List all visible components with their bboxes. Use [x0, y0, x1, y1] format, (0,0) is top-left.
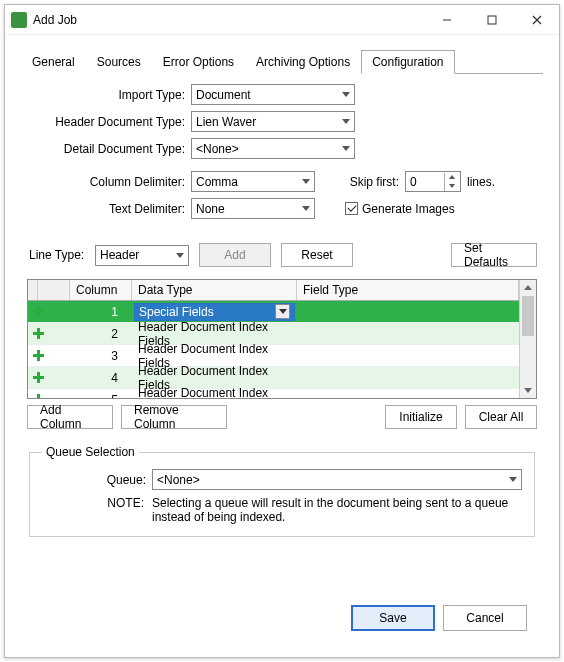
table-scrollbar[interactable]	[519, 280, 536, 398]
cell-column: 2	[70, 323, 132, 345]
cell-column: 4	[70, 367, 132, 389]
cell-field-type	[297, 345, 519, 367]
add-row-icon[interactable]	[32, 371, 45, 384]
queue-legend: Queue Selection	[42, 445, 139, 459]
chevron-down-icon	[509, 477, 517, 482]
add-row-icon[interactable]	[32, 305, 45, 318]
remove-column-button[interactable]: Remove Column	[121, 405, 227, 429]
queue-select[interactable]: <None>	[152, 469, 522, 490]
spin-up-icon[interactable]	[444, 173, 458, 182]
line-type-label: Line Type:	[27, 248, 95, 262]
add-button[interactable]: Add	[199, 243, 271, 267]
cell-column: 3	[70, 345, 132, 367]
chevron-down-icon	[302, 206, 310, 211]
chevron-down-icon	[342, 119, 350, 124]
cell-field-type	[297, 367, 519, 389]
header-doc-type-select[interactable]: Lien Waver	[191, 111, 355, 132]
add-job-dialog: Add Job GeneralSourcesError OptionsArchi…	[4, 4, 560, 658]
scroll-up-icon[interactable]	[520, 280, 536, 295]
import-type-label: Import Type:	[27, 88, 191, 102]
tab-general[interactable]: General	[21, 50, 86, 74]
add-row-icon[interactable]	[32, 349, 45, 362]
initialize-button[interactable]: Initialize	[385, 405, 457, 429]
tab-error-options[interactable]: Error Options	[152, 50, 245, 74]
add-column-button[interactable]: Add Column	[27, 405, 113, 429]
scroll-down-icon[interactable]	[520, 383, 536, 398]
note-text: Selecting a queue will result in the doc…	[152, 496, 522, 524]
text-delimiter-label: Text Delimiter:	[27, 202, 191, 216]
cell-column: 5	[70, 389, 132, 398]
scroll-thumb[interactable]	[522, 296, 534, 336]
chevron-down-icon	[275, 304, 290, 319]
tab-sources[interactable]: Sources	[86, 50, 152, 74]
skip-first-suffix: lines.	[461, 175, 495, 189]
detail-doc-type-select[interactable]: <None>	[191, 138, 355, 159]
header-doc-type-label: Header Document Type:	[27, 115, 191, 129]
titlebar: Add Job	[5, 5, 559, 35]
generate-images-checkbox[interactable]: Generate Images	[345, 202, 455, 216]
maximize-button[interactable]	[469, 5, 514, 34]
queue-selection-group: Queue Selection Queue: <None> NOTE: Sele…	[29, 445, 535, 537]
cell-column: 1	[70, 301, 132, 323]
minimize-button[interactable]	[424, 5, 469, 34]
table-row[interactable]: 5Header Document Index Fields	[28, 389, 519, 398]
chevron-down-icon	[342, 92, 350, 97]
set-defaults-button[interactable]: Set Defaults	[451, 243, 537, 267]
window-title: Add Job	[33, 13, 424, 27]
chevron-down-icon	[176, 253, 184, 258]
text-delimiter-select[interactable]: None	[191, 198, 315, 219]
line-type-select[interactable]: Header	[95, 245, 189, 266]
data-type-select[interactable]: Special Fields	[134, 303, 295, 321]
import-type-select[interactable]: Document	[191, 84, 355, 105]
tab-archiving-options[interactable]: Archiving Options	[245, 50, 361, 74]
note-label: NOTE:	[42, 496, 152, 524]
chevron-down-icon	[302, 179, 310, 184]
add-row-icon[interactable]	[32, 327, 45, 340]
reset-button[interactable]: Reset	[281, 243, 353, 267]
detail-doc-type-label: Detail Document Type:	[27, 142, 191, 156]
save-button[interactable]: Save	[351, 605, 435, 631]
cell-field-type	[297, 301, 519, 323]
columns-table: Column Data Type Field Type 1Special Fie…	[27, 279, 537, 399]
add-row-icon[interactable]	[32, 393, 45, 398]
app-icon	[11, 12, 27, 28]
col-header-column[interactable]: Column	[70, 280, 132, 300]
cell-data-type: Header Document Index Fields	[132, 389, 297, 398]
column-delimiter-label: Column Delimiter:	[27, 175, 191, 189]
skip-first-input[interactable]: 0	[405, 171, 461, 192]
clear-all-button[interactable]: Clear All	[465, 405, 537, 429]
table-header: Column Data Type Field Type	[28, 280, 519, 301]
checkbox-icon	[345, 202, 358, 215]
skip-first-label: Skip first:	[345, 175, 405, 189]
cell-field-type	[297, 389, 519, 398]
cancel-button[interactable]: Cancel	[443, 605, 527, 631]
close-button[interactable]	[514, 5, 559, 34]
spin-down-icon[interactable]	[444, 182, 458, 191]
col-header-datatype[interactable]: Data Type	[132, 280, 297, 300]
cell-field-type	[297, 323, 519, 345]
col-header-fieldtype[interactable]: Field Type	[297, 280, 519, 300]
svg-rect-1	[488, 16, 496, 24]
tab-bar: GeneralSourcesError OptionsArchiving Opt…	[21, 49, 543, 74]
queue-label: Queue:	[42, 473, 152, 487]
tab-configuration[interactable]: Configuration	[361, 50, 454, 74]
column-delimiter-select[interactable]: Comma	[191, 171, 315, 192]
chevron-down-icon	[342, 146, 350, 151]
